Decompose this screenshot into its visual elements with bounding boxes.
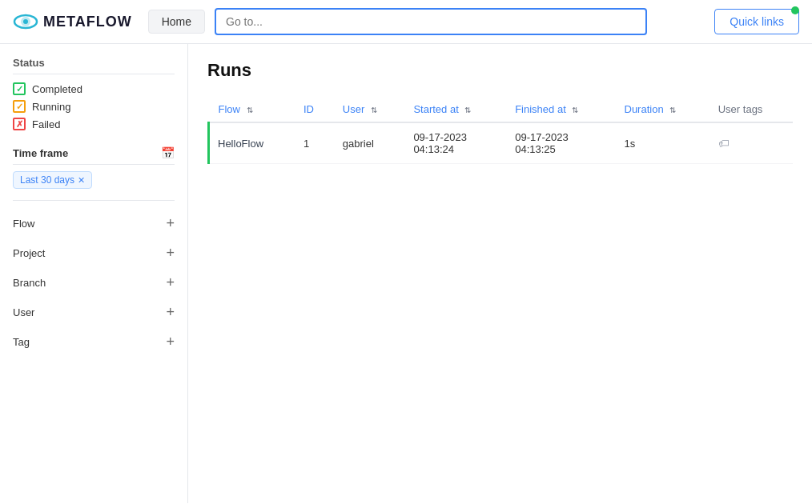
cell-user-tags: 🏷 — [709, 122, 793, 164]
cell-id: 1 — [294, 122, 333, 164]
sidebar: Status ✓ Completed ✓ Running ✗ Failed Ti… — [0, 44, 188, 503]
time-frame-section: Time frame 📅 Last 30 days ✕ — [13, 146, 175, 189]
time-frame-header: Time frame 📅 — [13, 146, 175, 165]
col-user-tags-label: User tags — [718, 103, 763, 115]
svg-point-2 — [23, 19, 28, 24]
filter-project-expand-icon: + — [166, 245, 175, 262]
filter-tag-label: Tag — [13, 336, 30, 348]
quick-links-button[interactable]: Quick links — [714, 9, 799, 34]
flow-link[interactable]: HelloFlow — [218, 138, 263, 150]
col-header-user[interactable]: User ⇅ — [333, 97, 404, 122]
col-finished-at-label: Finished at — [515, 103, 566, 115]
filter-branch-expand-icon: + — [166, 274, 175, 291]
filter-flow[interactable]: Flow + — [13, 209, 175, 238]
status-item-running[interactable]: ✓ Running — [13, 100, 175, 113]
filter-project-label: Project — [13, 247, 45, 259]
col-started-at-label: Started at — [413, 103, 458, 115]
col-id-label: ID — [303, 103, 314, 115]
col-header-finished-at[interactable]: Finished at ⇅ — [505, 97, 614, 122]
status-item-completed[interactable]: ✓ Completed — [13, 82, 175, 95]
time-frame-label: Time frame — [13, 147, 68, 159]
filter-tag[interactable]: Tag + — [13, 327, 175, 357]
col-finished-sort-icon: ⇅ — [572, 106, 578, 114]
status-section-title: Status — [13, 57, 175, 74]
cell-duration: 1s — [615, 122, 709, 164]
home-button[interactable]: Home — [148, 10, 205, 34]
cell-user: gabriel — [333, 122, 404, 164]
main-content: Runs Flow ⇅ ID User ⇅ Started — [188, 44, 812, 503]
cell-started-at: 09-17-202304:13:24 — [404, 122, 505, 164]
filter-user-expand-icon: + — [166, 304, 175, 321]
col-duration-label: Duration — [625, 103, 664, 115]
col-header-user-tags: User tags — [709, 97, 793, 122]
table-body: HelloFlow 1 gabriel 09-17-202304:13:24 0… — [209, 122, 794, 164]
status-label-running: Running — [32, 101, 70, 113]
cell-flow: HelloFlow — [209, 122, 294, 164]
col-header-started-at[interactable]: Started at ⇅ — [404, 97, 505, 122]
filter-tag-expand-icon: + — [166, 334, 175, 350]
col-user-label: User — [343, 103, 364, 115]
col-header-id[interactable]: ID — [294, 97, 333, 122]
checkbox-completed: ✓ — [13, 82, 26, 95]
status-indicator — [791, 6, 799, 14]
col-duration-sort-icon: ⇅ — [669, 106, 676, 114]
time-frame-pill[interactable]: Last 30 days ✕ — [13, 171, 92, 189]
time-frame-pill-close[interactable]: ✕ — [78, 175, 85, 186]
page-title: Runs — [207, 60, 793, 81]
table-row[interactable]: HelloFlow 1 gabriel 09-17-202304:13:24 0… — [209, 122, 794, 164]
checkbox-running: ✓ — [13, 100, 26, 113]
status-item-failed[interactable]: ✗ Failed — [13, 118, 175, 130]
col-flow-sort-icon: ⇅ — [247, 106, 253, 114]
filter-flow-label: Flow — [13, 218, 34, 230]
logo-text: METAFLOW — [43, 14, 132, 30]
status-label-failed: Failed — [32, 118, 60, 130]
filter-branch-label: Branch — [13, 277, 46, 289]
col-header-flow[interactable]: Flow ⇅ — [209, 97, 294, 122]
metaflow-logo-icon — [13, 13, 38, 30]
filter-branch[interactable]: Branch + — [13, 268, 175, 298]
status-label-completed: Completed — [32, 83, 82, 95]
filter-user[interactable]: User + — [13, 298, 175, 327]
status-list: ✓ Completed ✓ Running ✗ Failed — [13, 82, 175, 130]
logo-area: METAFLOW — [13, 13, 132, 30]
checkbox-failed: ✗ — [13, 118, 26, 130]
col-header-duration[interactable]: Duration ⇅ — [615, 97, 709, 122]
table-header: Flow ⇅ ID User ⇅ Started at ⇅ — [209, 97, 794, 122]
col-user-sort-icon: ⇅ — [371, 106, 377, 114]
col-flow-label: Flow — [219, 103, 240, 115]
time-frame-pill-label: Last 30 days — [20, 174, 74, 186]
calendar-icon: 📅 — [161, 146, 175, 159]
filter-project[interactable]: Project + — [13, 238, 175, 268]
col-started-sort-icon: ⇅ — [464, 106, 471, 114]
search-input[interactable] — [215, 8, 647, 35]
filter-flow-expand-icon: + — [166, 215, 175, 232]
cell-finished-at: 09-17-202304:13:25 — [505, 122, 614, 164]
tag-icon: 🏷 — [718, 137, 730, 150]
filter-section: Flow + Project + Branch + User + Tag + — [13, 200, 175, 365]
runs-table: Flow ⇅ ID User ⇅ Started at ⇅ — [207, 97, 793, 164]
main-layout: Status ✓ Completed ✓ Running ✗ Failed Ti… — [0, 44, 812, 503]
filter-user-label: User — [13, 306, 34, 318]
header: METAFLOW Home Quick links — [0, 0, 812, 44]
table-header-row: Flow ⇅ ID User ⇅ Started at ⇅ — [209, 97, 794, 122]
